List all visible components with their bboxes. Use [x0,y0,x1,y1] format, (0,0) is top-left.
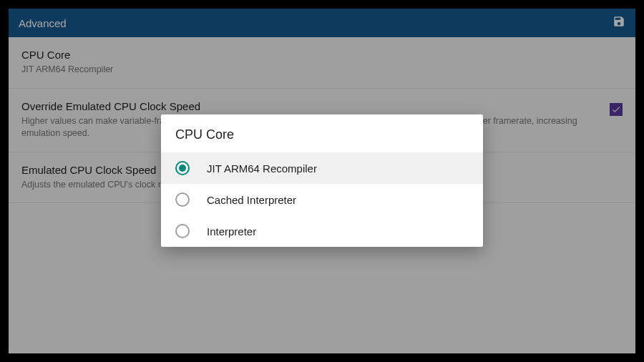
dialog-cpu-core: CPU Core JIT ARM64 Recompiler Cached Int… [161,114,483,247]
dialog-option-jit-arm64[interactable]: JIT ARM64 Recompiler [161,152,483,184]
option-label: JIT ARM64 Recompiler [207,162,317,175]
dialog-option-cached-interpreter[interactable]: Cached Interpreter [161,184,483,215]
dialog-option-interpreter[interactable]: Interpreter [161,215,483,247]
radio-checked-icon [175,161,190,175]
option-label: Interpreter [207,225,256,238]
dialog-title: CPU Core [161,114,483,152]
radio-unchecked-icon [175,224,190,238]
option-label: Cached Interpreter [207,194,296,206]
radio-unchecked-icon [175,192,190,207]
